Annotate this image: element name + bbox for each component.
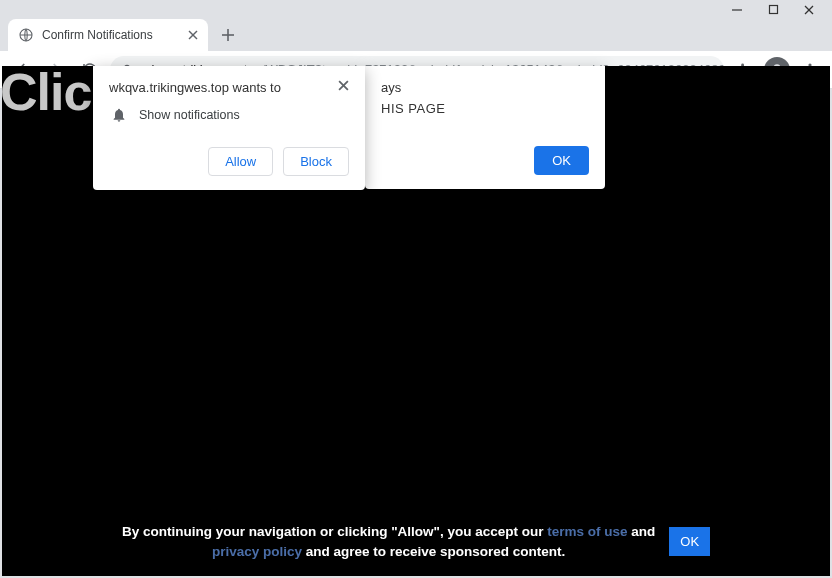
privacy-policy-link[interactable]: privacy policy — [212, 544, 302, 559]
consent-text: By continuing your navigation or clickin… — [122, 522, 655, 563]
globe-icon — [18, 27, 34, 43]
consent-banner: By continuing your navigation or clickin… — [2, 522, 830, 563]
active-tab[interactable]: Confirm Notifications — [8, 19, 208, 51]
alert-actions: OK — [381, 146, 589, 175]
tab-title: Confirm Notifications — [42, 28, 180, 42]
alert-ok-button[interactable]: OK — [534, 146, 589, 175]
svg-rect-1 — [769, 6, 777, 14]
tab-strip: Confirm Notifications — [0, 15, 832, 51]
alert-line2: HIS PAGE — [381, 101, 589, 116]
consent-mid: and — [628, 524, 656, 539]
window-titlebar — [0, 0, 832, 15]
alert-line1: ays — [381, 80, 589, 95]
terms-of-use-link[interactable]: terms of use — [547, 524, 627, 539]
tab-close-icon[interactable] — [188, 30, 198, 40]
bell-icon — [111, 107, 127, 123]
permission-title: wkqva.trikingwes.top wants to — [109, 80, 281, 95]
new-tab-button[interactable] — [214, 21, 242, 49]
notification-permission-dialog: wkqva.trikingwes.top wants to Show notif… — [93, 66, 365, 190]
permission-item-label: Show notifications — [139, 108, 240, 122]
permission-close-icon[interactable] — [338, 80, 349, 91]
javascript-alert-dialog: ays HIS PAGE OK — [365, 66, 605, 189]
consent-prefix: By continuing your navigation or clickin… — [122, 524, 547, 539]
block-button[interactable]: Block — [283, 147, 349, 176]
consent-suffix: and agree to receive sponsored content. — [302, 544, 565, 559]
allow-button[interactable]: Allow — [208, 147, 273, 176]
consent-ok-button[interactable]: OK — [669, 527, 710, 556]
